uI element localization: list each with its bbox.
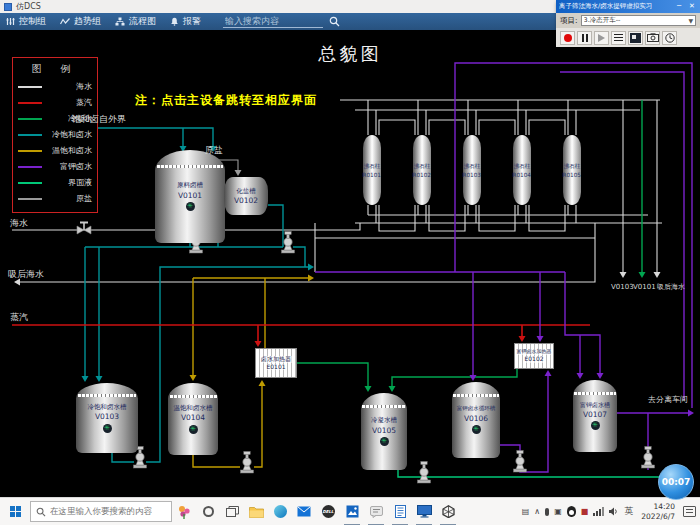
dell-icon[interactable]: DELL [316,498,340,525]
valve-icon[interactable] [77,222,91,235]
timer-bubble[interactable]: 00:07 [658,464,694,500]
chat-app-icon[interactable] [364,498,388,525]
label-steam: 蒸汽 [10,313,28,322]
ime-badge[interactable]: 英 [624,507,633,516]
legend-swatch [18,150,42,152]
cortana-icon[interactable] [196,498,220,525]
network-icon[interactable] [593,507,604,516]
tank-v0101[interactable]: 原料卤槽 V0101 ✳ [155,150,225,243]
column-r0104[interactable]: 沸石柱R0104 [513,135,531,205]
legend-swatch [18,134,42,136]
snapshot-button[interactable] [645,31,660,45]
flowchart-icon [115,17,125,26]
file-explorer-icon[interactable] [244,498,268,525]
menu-control-group[interactable]: 控制组 [6,15,46,28]
note-text: 注：点击主设备跳转至相应界面 [135,92,317,109]
tank-v0106[interactable]: 富钾卤水循环槽 V0106 ✳ [452,382,500,458]
exchanger-e0101[interactable]: 卤水加热器 E0101 [255,348,297,378]
desktop: 仿DCS 控制组 趋势组 流程图 报警 总貌图 注：点击主设备跳转至相应界面 [0,0,700,525]
edge-icon[interactable] [268,498,292,525]
task-view-icon[interactable] [220,498,244,525]
menu-trend-group[interactable]: 趋势组 [60,15,101,28]
taskbar: 在这里输入你要搜索的内容 DELL [0,497,700,525]
photos-icon[interactable] [340,498,364,525]
pump-icon[interactable] [642,447,655,469]
record-button[interactable] [560,31,575,45]
taskbar-clock[interactable]: 14:20 2022/6/7 [638,502,678,522]
pump-icon[interactable] [514,451,527,473]
tray-expand-icon[interactable]: ∧ [534,508,540,516]
mail-icon[interactable] [292,498,316,525]
play-button[interactable] [594,31,609,45]
exchanger-e0102[interactable]: 富钾卤水加热器 E0102 [514,343,554,369]
qq-icon[interactable] [567,506,576,517]
flower-widget-icon[interactable] [172,498,196,525]
sim-project-row: 项目: 3.冷态开车-- ▼ [556,13,700,28]
pump-icon[interactable] [418,462,431,484]
agitator-icon: ✳ [189,425,198,434]
pump-icon[interactable] [241,452,254,474]
tank-v0103[interactable]: 冷饱和卤水槽 V0103 ✳ [76,383,138,453]
microphone-icon[interactable] [545,508,549,516]
list-button[interactable] [611,31,626,45]
column-r0102[interactable]: 沸石柱R0102 [413,135,431,205]
unity-icon[interactable] [436,498,460,525]
agitator-icon: ✳ [380,437,389,446]
label-sat-brine: 饱和卤自外界 [72,115,126,124]
label-seawater: 海水 [10,219,28,228]
menu-flowchart[interactable]: 流程图 [115,15,156,28]
tray-security-icon[interactable]: ■ [581,508,589,516]
column-r0101[interactable]: 沸石柱R0101 [363,135,381,205]
volume-icon[interactable] [609,507,619,516]
menubar-search [223,15,340,28]
tank-v0102[interactable]: 化盐槽 V0102 [224,177,268,215]
tray-app-icon[interactable]: ▤ [522,508,530,516]
record-icon [564,34,572,42]
label-dest-spent: 吸后海水 [657,284,685,291]
taskbar-search[interactable]: 在这里输入你要搜索的内容 [30,501,172,522]
time-button[interactable] [662,31,677,45]
sim-window-titlebar[interactable]: 离子筛法海水/卤水提钾虚拟实习 ─ ✕ [556,0,700,13]
search-icon [36,507,46,517]
close-icon[interactable]: ✕ [687,3,697,10]
trend-group-icon [60,17,70,26]
column-r0103[interactable]: 沸石柱R0103 [463,135,481,205]
clock-icon [665,33,675,43]
system-tray: ▤ ∧ ▣ ■ 英 14:20 2022/6/7 [522,502,700,522]
project-select[interactable]: 3.冷态开车-- ▼ [581,15,696,26]
menubar-search-input[interactable] [223,15,323,28]
start-button[interactable] [0,498,30,525]
legend-item: 界面液 [18,175,92,191]
tray-media-icon[interactable]: ▣ [554,508,562,516]
tank-v0107[interactable]: 富钾卤水槽 V0107 ✳ [573,380,617,452]
sim-window-title: 离子筛法海水/卤水提钾虚拟实习 [559,2,671,11]
search-icon[interactable] [329,16,340,27]
windows-logo-icon [10,506,21,517]
tank-v0104[interactable]: 温饱和卤水槽 V0104 ✳ [168,383,218,455]
legend-swatch [18,102,42,104]
label-dest-v0103: V0103 [611,284,634,291]
display-app-icon[interactable] [412,498,436,525]
clock-date: 2022/6/7 [641,512,675,522]
legend-item: 冷饱和卤水 [18,127,92,143]
play-icon [598,34,605,42]
legend-item: 富钾卤水 [18,159,92,175]
label-raw-salt: 原盐 [205,146,223,155]
label-to-separation: 去分离车间 [648,396,688,404]
notification-center-icon[interactable] [683,506,696,517]
agitator-icon: ✳ [186,202,195,211]
pause-button[interactable] [577,31,592,45]
process-canvas: 总貌图 注：点击主设备跳转至相应界面 图 例 海水 蒸汽 冷凝水 冷饱和卤水 温… [0,30,700,497]
document-app-icon[interactable] [388,498,412,525]
column-r0105[interactable]: 沸石柱R0105 [563,135,581,205]
clock-time: 14:20 [641,502,675,512]
sim-window: 离子筛法海水/卤水提钾虚拟实习 ─ ✕ 项目: 3.冷态开车-- ▼ [556,0,700,47]
legend-item: 原盐 [18,191,92,207]
agitator-icon: ✳ [472,425,481,434]
tank-v0105[interactable]: 冷凝水槽 V0105 ✳ [361,393,407,470]
alarm-icon [170,17,179,26]
menu-alarm[interactable]: 报警 [170,15,201,28]
notes-button[interactable] [628,31,643,45]
minimize-icon[interactable]: ─ [674,3,684,10]
list-icon [614,34,623,42]
